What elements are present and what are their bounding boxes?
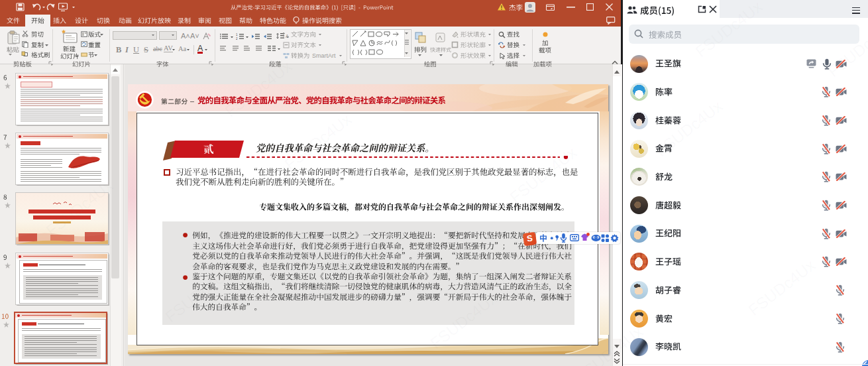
svg-text:A: A — [286, 34, 289, 38]
svg-text:1: 1 — [236, 33, 238, 36]
svg-text:2: 2 — [236, 37, 238, 40]
